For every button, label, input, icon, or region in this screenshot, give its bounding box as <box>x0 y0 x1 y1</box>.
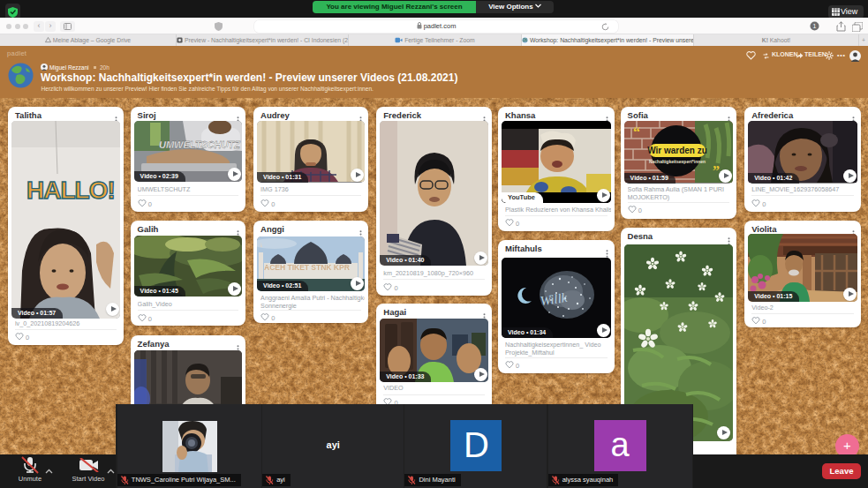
svg-text:Nachaltigkeitsexpert*innen: Nachaltigkeitsexpert*innen <box>649 159 706 164</box>
svg-text:UMWELTSCHUTZ: UMWELTSCHUTZ <box>159 139 241 150</box>
svg-text:“: “ <box>633 124 640 139</box>
svg-text:ACEH TIKET STNK KPR: ACEH TIKET STNK KPR <box>264 263 350 272</box>
svg-text:1: 1 <box>813 23 817 29</box>
svg-text:Wir warden zu: Wir warden zu <box>647 146 707 155</box>
svg-text:HALLO!: HALLO! <box>26 176 115 204</box>
